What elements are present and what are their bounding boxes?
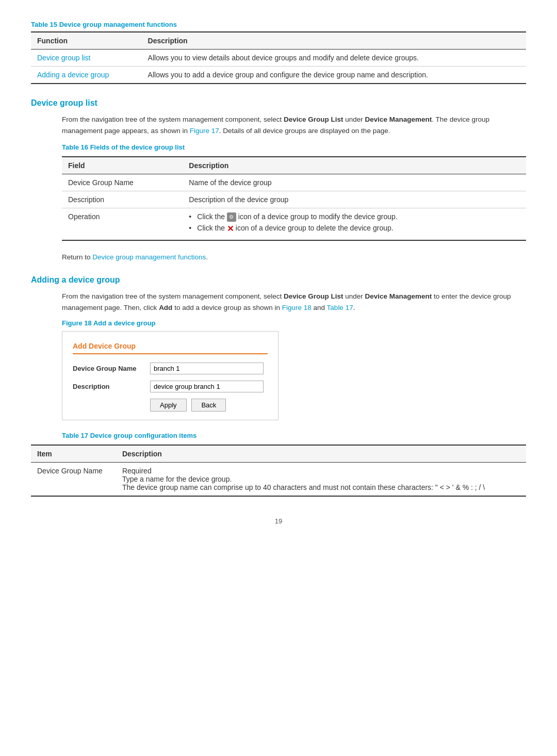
table17-link[interactable]: Table 17	[327, 304, 353, 311]
table15-row0-desc: Allows you to view details about device …	[142, 50, 526, 67]
figure18-link[interactable]: Figure 18	[282, 304, 312, 311]
form-name-row: Device Group Name	[73, 363, 268, 374]
table15-caption: Table 15 Device group management functio…	[31, 21, 526, 28]
return-link-container: Return to Device group management functi…	[62, 253, 526, 261]
table17-row0-item: Device Group Name	[31, 463, 116, 497]
adding-device-group-heading: Adding a device group	[31, 275, 526, 285]
table17-desc-line2: The device group name can comprise up to…	[122, 483, 520, 491]
table17: Item Description Device Group Name Requi…	[31, 445, 526, 497]
figure-title: Add Device Group	[73, 342, 268, 354]
table15-col2-header: Description	[142, 32, 526, 50]
form-buttons-row: Apply Back	[150, 399, 268, 412]
return-text: Return to	[62, 253, 92, 261]
device-group-list-paragraph: From the navigation tree of the system m…	[62, 114, 526, 136]
table17-col1-header: Item	[31, 445, 116, 463]
table15: Function Description Device group list A…	[31, 31, 526, 84]
table17-caption: Table 17 Device group configuration item…	[62, 431, 526, 441]
table17-col2-header: Description	[116, 445, 526, 463]
table17-desc-line0: Required	[122, 467, 520, 475]
table16-row2-operation: Click the ⚙ icon of a device group to mo…	[183, 208, 526, 240]
table16: Field Description Device Group Name Name…	[62, 156, 526, 241]
device-group-list-heading: Device group list	[31, 98, 526, 108]
adding-device-group-link[interactable]: Adding a device group	[37, 71, 109, 79]
table-row: Device Group Name Name of the device gro…	[62, 174, 526, 191]
back-button[interactable]: Back	[191, 399, 226, 412]
table15-col1-header: Function	[31, 32, 142, 50]
figure17-link[interactable]: Figure 17	[190, 127, 219, 135]
table-row: Adding a device group Allows you to add …	[31, 67, 526, 84]
page-number: 19	[31, 517, 526, 525]
table17-row0-desc: Required Type a name for the device grou…	[116, 463, 526, 497]
form-description-label: Description	[73, 381, 150, 390]
table16-row1-desc: Description of the device group	[183, 191, 526, 208]
apply-button[interactable]: Apply	[150, 399, 187, 412]
form-name-label: Device Group Name	[73, 363, 150, 372]
table17-desc-line1: Type a name for the device group.	[122, 475, 520, 483]
table15-row1-desc: Allows you to add a device group and con…	[142, 67, 526, 84]
device-group-list-link[interactable]: Device group list	[37, 54, 91, 62]
adding-device-group-paragraph: From the navigation tree of the system m…	[62, 291, 526, 313]
device-group-description-input[interactable]	[150, 381, 264, 392]
table16-col1-header: Field	[62, 157, 183, 174]
delete-icon: ✕	[227, 224, 234, 234]
table16-caption: Table 16 Fields of the device group list	[62, 142, 526, 153]
table16-row2-field: Operation	[62, 208, 183, 240]
table-row: Device group list Allows you to view det…	[31, 50, 526, 67]
table16-row1-field: Description	[62, 191, 183, 208]
table16-col2-header: Description	[183, 157, 526, 174]
form-description-row: Description	[73, 381, 268, 392]
table-row: Operation Click the ⚙ icon of a device g…	[62, 208, 526, 240]
table-row: Description Description of the device gr…	[62, 191, 526, 208]
figure18-caption: Figure 18 Add a device group	[62, 319, 526, 327]
device-group-name-input[interactable]	[150, 363, 264, 374]
modify-icon: ⚙	[227, 212, 236, 222]
table16-row0-field: Device Group Name	[62, 174, 183, 191]
figure18-box: Add Device Group Device Group Name Descr…	[62, 331, 278, 420]
table-row: Device Group Name Required Type a name f…	[31, 463, 526, 497]
table16-row0-desc: Name of the device group	[183, 174, 526, 191]
return-to-table15-link[interactable]: Device group management functions	[92, 253, 206, 261]
